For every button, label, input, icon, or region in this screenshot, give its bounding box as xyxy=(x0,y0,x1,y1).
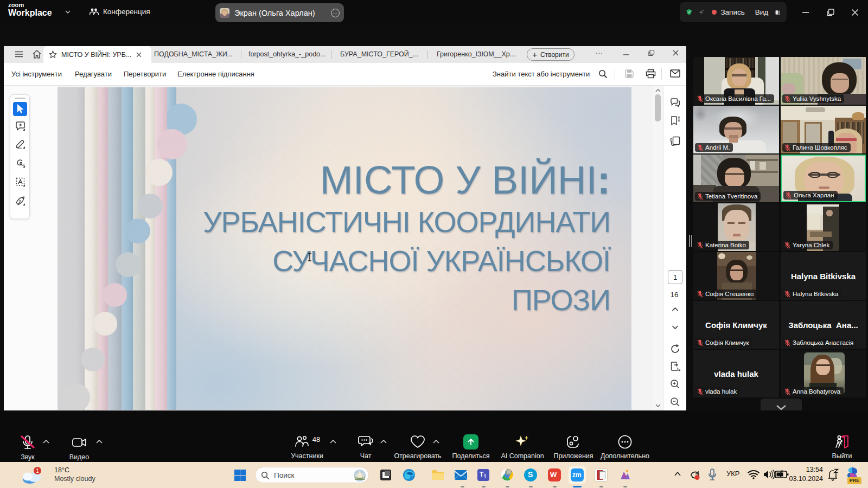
svg-text:1: 1 xyxy=(36,468,39,474)
